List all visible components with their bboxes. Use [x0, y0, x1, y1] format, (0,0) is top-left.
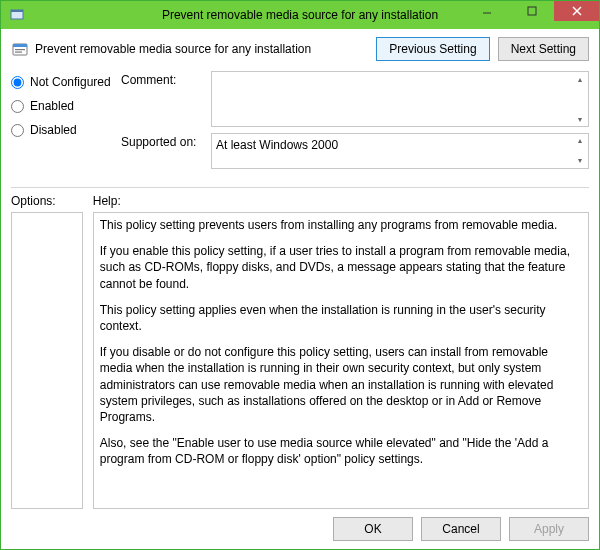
window-controls: [464, 1, 599, 29]
radio-not-configured-input[interactable]: [11, 76, 24, 89]
footer-buttons: OK Cancel Apply: [11, 509, 589, 541]
supported-box: At least Windows 2000 ▴ ▾: [211, 133, 589, 169]
close-button[interactable]: [554, 1, 599, 21]
svg-rect-7: [13, 44, 27, 47]
ok-button[interactable]: OK: [333, 517, 413, 541]
supported-label: Supported on:: [121, 133, 211, 169]
svg-rect-8: [15, 49, 25, 50]
titlebar[interactable]: Prevent removable media source for any i…: [1, 1, 599, 29]
settings-row: Not Configured Enabled Disabled Comment:…: [11, 71, 589, 175]
scroll-up-icon[interactable]: ▴: [572, 134, 588, 148]
scroll-up-icon[interactable]: ▴: [572, 72, 588, 86]
scroll-down-icon[interactable]: ▾: [572, 112, 588, 126]
header-row: Prevent removable media source for any i…: [11, 37, 589, 61]
options-label: Options:: [11, 194, 83, 208]
help-box[interactable]: This policy setting prevents users from …: [93, 212, 589, 509]
supported-value: At least Windows 2000: [216, 138, 338, 152]
policy-editor-window: Prevent removable media source for any i…: [0, 0, 600, 550]
comment-input[interactable]: ▴ ▾: [211, 71, 589, 127]
radio-disabled-label: Disabled: [30, 123, 77, 137]
help-label: Help:: [93, 194, 589, 208]
divider: [11, 187, 589, 188]
cancel-button[interactable]: Cancel: [421, 517, 501, 541]
nav-buttons: Previous Setting Next Setting: [376, 37, 589, 61]
radio-disabled-input[interactable]: [11, 124, 24, 137]
client-area: Prevent removable media source for any i…: [1, 29, 599, 549]
supported-row: Supported on: At least Windows 2000 ▴ ▾: [121, 133, 589, 169]
radio-not-configured-label: Not Configured: [30, 75, 111, 89]
svg-rect-1: [11, 10, 23, 12]
scroll-down-icon[interactable]: ▾: [572, 154, 588, 168]
app-icon: [9, 7, 25, 23]
radio-enabled-label: Enabled: [30, 99, 74, 113]
comment-row: Comment: ▴ ▾: [121, 71, 589, 127]
radio-disabled[interactable]: Disabled: [11, 123, 121, 137]
options-pane: Options:: [11, 194, 83, 509]
comment-label: Comment:: [121, 71, 211, 127]
previous-setting-button[interactable]: Previous Setting: [376, 37, 489, 61]
panes: Options: Help: This policy setting preve…: [11, 194, 589, 509]
policy-icon: [11, 40, 29, 58]
help-paragraph: Also, see the "Enable user to use media …: [100, 435, 582, 467]
minimize-button[interactable]: [464, 1, 509, 21]
help-paragraph: This policy setting prevents users from …: [100, 217, 582, 233]
state-radios: Not Configured Enabled Disabled: [11, 71, 121, 175]
radio-enabled[interactable]: Enabled: [11, 99, 121, 113]
apply-button[interactable]: Apply: [509, 517, 589, 541]
maximize-button[interactable]: [509, 1, 554, 21]
svg-rect-9: [15, 52, 22, 53]
policy-title: Prevent removable media source for any i…: [35, 42, 311, 56]
fields: Comment: ▴ ▾ Supported on: At least Wind…: [121, 71, 589, 175]
svg-rect-3: [528, 7, 536, 15]
help-paragraph: If you disable or do not configure this …: [100, 344, 582, 425]
help-pane: Help: This policy setting prevents users…: [93, 194, 589, 509]
radio-not-configured[interactable]: Not Configured: [11, 75, 121, 89]
options-box[interactable]: [11, 212, 83, 509]
help-paragraph: If you enable this policy setting, if a …: [100, 243, 582, 292]
help-paragraph: This policy setting applies even when th…: [100, 302, 582, 334]
radio-enabled-input[interactable]: [11, 100, 24, 113]
next-setting-button[interactable]: Next Setting: [498, 37, 589, 61]
